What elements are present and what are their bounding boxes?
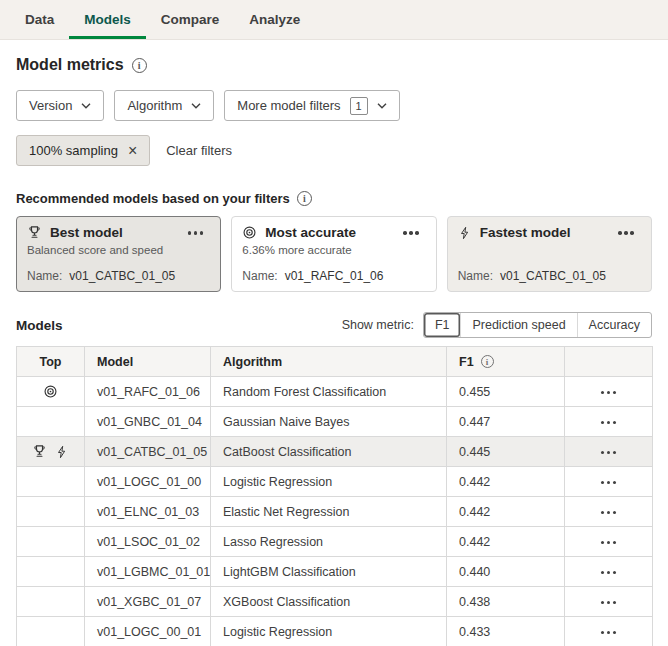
row-menu-button[interactable] [594, 565, 624, 581]
tab-models-label: Models [84, 12, 131, 27]
row-menu-button[interactable] [594, 415, 624, 431]
more-menu-icon [624, 231, 628, 235]
more-filters-label: More model filters [237, 98, 340, 113]
trophy-icon [32, 444, 47, 459]
row-menu-button[interactable] [594, 595, 624, 611]
f1-cell: 0.455 [447, 377, 565, 407]
tab-models[interactable]: Models [69, 0, 146, 39]
row-menu-button[interactable] [594, 535, 624, 551]
algorithm-cell: CatBoost Classification [211, 437, 447, 467]
active-filter-count-badge: 1 [350, 97, 368, 115]
target-icon [43, 384, 58, 399]
clear-filters-button[interactable]: Clear filters [166, 143, 232, 158]
table-row[interactable]: v01_LSOC_01_02 Lasso Regression 0.442 [17, 527, 653, 557]
algorithm-cell: Logistic Regression [211, 467, 447, 497]
recommended-info-icon[interactable]: i [297, 191, 312, 206]
more-menu-icon [607, 631, 611, 635]
tab-bar: Data Models Compare Analyze [0, 0, 668, 40]
best-model-card-menu-button[interactable] [181, 225, 211, 241]
page-title: Model metrics [16, 56, 124, 74]
more-menu-icon [194, 231, 198, 235]
f1-cell: 0.447 [447, 407, 565, 437]
f1-cell: 0.442 [447, 527, 565, 557]
tab-analyze-label: Analyze [249, 12, 300, 27]
metric-segment-prediction-speed[interactable]: Prediction speed [460, 313, 576, 337]
table-row[interactable]: v01_LOGC_00_01 Logistic Regression 0.433 [17, 617, 653, 646]
show-metric-label: Show metric: [342, 318, 414, 332]
table-row[interactable]: v01_XGBC_01_07 XGBoost Classification 0.… [17, 587, 653, 617]
most-accurate-card-menu-button[interactable] [396, 225, 426, 241]
more-model-filters-dropdown[interactable]: More model filters 1 [224, 90, 399, 121]
fastest-model-card-title: Fastest model [480, 225, 571, 240]
algorithm-cell: Random Forest Classification [211, 377, 447, 407]
algorithm-cell: Gaussian Naive Bayes [211, 407, 447, 437]
chevron-down-icon [377, 103, 387, 109]
metric-segment-f1[interactable]: F1 [424, 313, 461, 337]
table-row[interactable]: v01_GNBC_01_04 Gaussian Naive Bayes 0.44… [17, 407, 653, 437]
most-accurate-card-subtitle: 6.36% more accurate [242, 244, 425, 257]
best-model-card-subtitle: Balanced score and speed [27, 244, 210, 257]
f1-cell: 0.440 [447, 557, 565, 587]
bolt-icon [55, 445, 69, 459]
f1-info-icon[interactable]: i [481, 355, 494, 368]
algorithm-filter-dropdown[interactable]: Algorithm [114, 90, 214, 121]
tab-compare[interactable]: Compare [146, 0, 235, 39]
model-name-cell: v01_RAFC_01_06 [85, 377, 211, 407]
f1-cell: 0.442 [447, 497, 565, 527]
algorithm-cell: XGBoost Classification [211, 587, 447, 617]
row-menu-button[interactable] [594, 505, 624, 521]
recommended-heading: Recommended models based on your filters [16, 191, 290, 206]
version-filter-dropdown[interactable]: Version [16, 90, 104, 121]
algorithm-cell: Elastic Net Regression [211, 497, 447, 527]
most-accurate-card[interactable]: Most accurate 6.36% more accurate Name: … [231, 216, 436, 292]
model-name-cell: v01_LOGC_00_01 [85, 617, 211, 646]
table-row[interactable]: v01_LGBMC_01_01 LightGBM Classification … [17, 557, 653, 587]
fastest-model-card[interactable]: Fastest model Name: v01_CATBC_01_05 [447, 216, 652, 292]
sampling-filter-chip[interactable]: 100% sampling × [16, 135, 150, 166]
f1-cell: 0.445 [447, 437, 565, 467]
metric-segmented-control: F1 Prediction speed Accuracy [423, 312, 652, 338]
table-row[interactable]: v01_LOGC_01_00 Logistic Regression 0.442 [17, 467, 653, 497]
model-name-label: Name: [27, 269, 62, 283]
models-table: Top Model Algorithm F1i v01_RAFC_01_06 R… [16, 346, 653, 646]
models-heading: Models [16, 318, 63, 333]
more-menu-icon [607, 601, 611, 605]
more-menu-icon [607, 451, 611, 455]
model-name-cell: v01_ELNC_01_03 [85, 497, 211, 527]
table-row[interactable]: v01_CATBC_01_05 CatBoost Classification … [17, 437, 653, 467]
metric-segment-accuracy[interactable]: Accuracy [577, 313, 651, 337]
table-row[interactable]: v01_RAFC_01_06 Random Forest Classificat… [17, 377, 653, 407]
algorithm-cell: LightGBM Classification [211, 557, 447, 587]
more-menu-icon [607, 541, 611, 545]
tab-compare-label: Compare [161, 12, 220, 27]
column-header-algorithm: Algorithm [211, 347, 447, 377]
row-menu-button[interactable] [594, 625, 624, 641]
column-header-actions [565, 347, 653, 377]
row-menu-button[interactable] [594, 445, 624, 461]
best-model-card[interactable]: Best model Balanced score and speed Name… [16, 216, 221, 292]
recommended-cards: Best model Balanced score and speed Name… [16, 216, 652, 292]
fastest-model-card-subtitle [458, 244, 641, 257]
model-name-cell: v01_GNBC_01_04 [85, 407, 211, 437]
f1-header-label: F1 [459, 355, 474, 369]
tab-data[interactable]: Data [10, 0, 69, 39]
fastest-model-card-menu-button[interactable] [611, 225, 641, 241]
more-menu-icon [607, 571, 611, 575]
tab-data-label: Data [25, 12, 54, 27]
row-menu-button[interactable] [594, 475, 624, 491]
close-icon[interactable]: × [128, 143, 137, 159]
algorithm-cell: Lasso Regression [211, 527, 447, 557]
model-metrics-info-icon[interactable]: i [132, 58, 147, 73]
table-row[interactable]: v01_ELNC_01_03 Elastic Net Regression 0.… [17, 497, 653, 527]
model-name-cell: v01_LSOC_01_02 [85, 527, 211, 557]
tab-analyze[interactable]: Analyze [234, 0, 315, 39]
f1-cell: 0.433 [447, 617, 565, 646]
model-name-cell: v01_CATBC_01_05 [85, 437, 211, 467]
algorithm-filter-label: Algorithm [127, 98, 182, 113]
bolt-icon [458, 226, 472, 240]
model-name-value: v01_CATBC_01_05 [69, 269, 175, 283]
model-name-label: Name: [242, 269, 277, 283]
chevron-down-icon [81, 103, 91, 109]
target-icon [242, 225, 257, 240]
row-menu-button[interactable] [594, 385, 624, 401]
